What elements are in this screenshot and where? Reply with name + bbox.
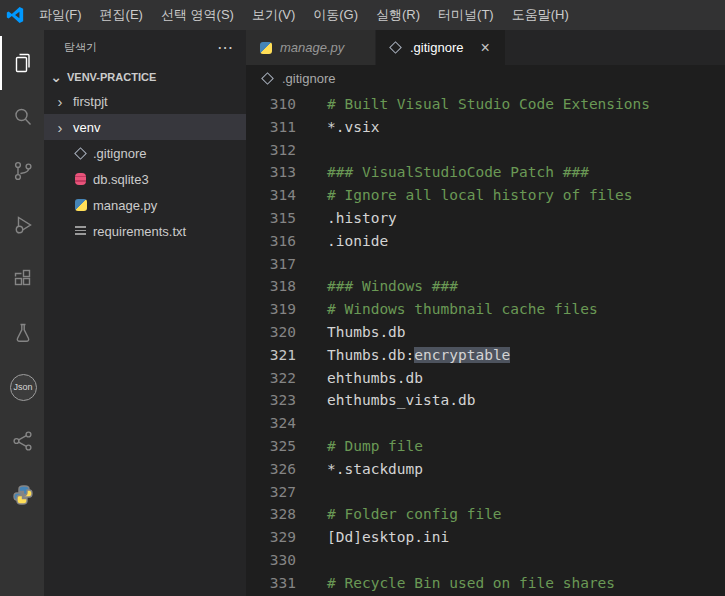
line-content: Thumbs.db [296, 321, 406, 344]
json-extension-icon[interactable]: Json [0, 360, 44, 414]
code-line[interactable]: 326*.stackdump [246, 458, 725, 481]
source-control-icon[interactable] [0, 144, 44, 198]
code-line[interactable]: 324 [246, 412, 725, 435]
more-actions-icon[interactable]: ⋯ [217, 38, 234, 57]
line-content: ehthumbs_vista.db [296, 389, 475, 412]
close-icon[interactable]: × [480, 40, 489, 56]
line-content: # Windows thumbnail cache files [296, 298, 598, 321]
tree-item-label: db.sqlite3 [93, 172, 149, 187]
vscode-window: 파일(F)편집(E)선택 영역(S)보기(V)이동(G)실행(R)터미널(T)도… [0, 0, 725, 596]
sidebar-title: 탐색기 [64, 40, 97, 55]
vscode-logo-icon [0, 0, 30, 30]
code-line[interactable]: 323ehthumbs_vista.db [246, 389, 725, 412]
line-number: 319 [246, 298, 296, 321]
line-content: *.vsix [296, 116, 379, 139]
code-line[interactable]: 313### VisualStudioCode Patch ### [246, 161, 725, 184]
code-token: # Ignore all local history of files [327, 187, 633, 203]
python-icon[interactable] [0, 468, 44, 522]
line-number: 318 [246, 275, 296, 298]
menu-item[interactable]: 파일(F) [30, 0, 91, 30]
search-icon[interactable] [0, 90, 44, 144]
line-content [296, 412, 327, 435]
code-line[interactable]: 312 [246, 139, 725, 162]
sidebar-item-firstpjt[interactable]: ›firstpjt [44, 88, 246, 114]
code-token: ### VisualStudioCode Patch ### [327, 164, 589, 180]
code-line[interactable]: 331# Recycle Bin used on file shares [246, 572, 725, 595]
sidebar-item-venv[interactable]: ›venv [44, 114, 246, 140]
code-line[interactable]: 320Thumbs.db [246, 321, 725, 344]
code-line[interactable]: 330 [246, 549, 725, 572]
line-content: ehthumbs.db [296, 367, 423, 390]
code-line[interactable]: 311*.vsix [246, 116, 725, 139]
line-content: # Ignore all local history of files [296, 184, 633, 207]
share-icon[interactable] [0, 414, 44, 468]
sidebar-item-gitignore[interactable]: .gitignore [44, 140, 246, 166]
code-token: # Folder config file [327, 506, 502, 522]
line-number: 326 [246, 458, 296, 481]
line-number: 320 [246, 321, 296, 344]
code-line[interactable]: 327 [246, 481, 725, 504]
menu-item[interactable]: 실행(R) [367, 0, 429, 30]
line-content: .ionide [296, 230, 388, 253]
line-number: 313 [246, 161, 296, 184]
code-token: .history [327, 210, 397, 226]
line-number: 312 [246, 139, 296, 162]
code-line[interactable]: 322ehthumbs.db [246, 367, 725, 390]
code-token: .ionide [327, 233, 388, 249]
line-number: 324 [246, 412, 296, 435]
code-token: Thumbs.db [327, 324, 406, 340]
code-line[interactable]: 316.ionide [246, 230, 725, 253]
line-content: .history [296, 207, 397, 230]
tab-manage-py[interactable]: manage.py [246, 30, 376, 65]
breadcrumb[interactable]: .gitignore [246, 65, 725, 92]
menu-item[interactable]: 이동(G) [304, 0, 367, 30]
line-content: ### VisualStudioCode Patch ### [296, 161, 589, 184]
line-content [296, 549, 327, 572]
sidebar-item-db-sqlite3[interactable]: db.sqlite3 [44, 166, 246, 192]
code-line[interactable]: 315.history [246, 207, 725, 230]
menu-item[interactable]: 터미널(T) [429, 0, 503, 30]
line-content [296, 253, 327, 276]
explorer-icon[interactable] [0, 36, 44, 90]
code-token: Thumbs.db: [327, 347, 414, 363]
sidebar-item-requirements-txt[interactable]: requirements.txt [44, 218, 246, 244]
project-root-header[interactable]: ⌄ VENV-PRACTICE [44, 65, 246, 88]
gitignore-file-icon [388, 40, 403, 55]
explorer-sidebar: 탐색기 ⋯ ⌄ VENV-PRACTICE ›firstpjt›venv.git… [44, 30, 246, 596]
menu-item[interactable]: 편집(E) [91, 0, 152, 30]
code-token: ehthumbs.db [327, 370, 423, 386]
code-line[interactable]: 319# Windows thumbnail cache files [246, 298, 725, 321]
line-content: # Folder config file [296, 503, 502, 526]
run-debug-icon[interactable] [0, 198, 44, 252]
extensions-icon[interactable] [0, 252, 44, 306]
code-line[interactable]: 317 [246, 253, 725, 276]
sidebar-item-manage-py[interactable]: manage.py [44, 192, 246, 218]
code-token: # Windows thumbnail cache files [327, 301, 598, 317]
python-file-icon [258, 40, 273, 55]
tab-gitignore[interactable]: .gitignore × [376, 30, 506, 65]
code-line[interactable]: 318### Windows ### [246, 275, 725, 298]
code-line[interactable]: 314# Ignore all local history of files [246, 184, 725, 207]
sidebar-header: 탐색기 ⋯ [44, 30, 246, 65]
line-content [296, 139, 327, 162]
code-line[interactable]: 328# Folder config file [246, 503, 725, 526]
line-number: 330 [246, 549, 296, 572]
code-editor[interactable]: 310# Built Visual Studio Code Extensions… [246, 92, 725, 596]
line-content [296, 481, 327, 504]
code-line[interactable]: 329[Dd]esktop.ini [246, 526, 725, 549]
menu-item[interactable]: 선택 영역(S) [152, 0, 243, 30]
line-number: 328 [246, 503, 296, 526]
code-line[interactable]: 310# Built Visual Studio Code Extensions [246, 93, 725, 116]
line-number: 316 [246, 230, 296, 253]
code-line[interactable]: 325# Dump file [246, 435, 725, 458]
code-token: [Dd]esktop.ini [327, 529, 449, 545]
test-flask-icon[interactable] [0, 306, 44, 360]
menu-item[interactable]: 보기(V) [243, 0, 304, 30]
code-line[interactable]: 321Thumbs.db:encryptable [246, 344, 725, 367]
line-content: ### Windows ### [296, 275, 458, 298]
code-token: ehthumbs_vista.db [327, 392, 475, 408]
git-file-icon [73, 146, 88, 161]
line-content: *.stackdump [296, 458, 423, 481]
menu-item[interactable]: 도움말(H) [503, 0, 578, 30]
project-root-label: VENV-PRACTICE [67, 71, 156, 83]
